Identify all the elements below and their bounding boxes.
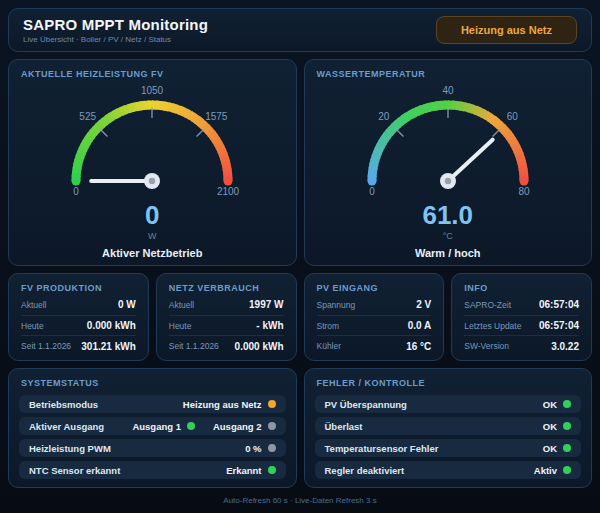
header-bar: SAPRO MPPT Monitoring Live Übersicht · B… (8, 8, 592, 52)
svg-text:0: 0 (369, 186, 375, 197)
stat-label: Strom (317, 321, 340, 331)
heizleistung-value: 0 (145, 202, 159, 228)
status-label: Heizleistung PWM (29, 443, 111, 454)
status-label: PV Überspannung (325, 399, 407, 410)
svg-text:0: 0 (73, 186, 79, 197)
stat-value: 301.21 kWh (81, 341, 135, 352)
status-row-betriebsmodus: Betriebsmodus Heizung aus Netz (19, 395, 286, 413)
status-label: NTC Sensor erkannt (29, 465, 120, 476)
stat-card-title: FV PRODUKTION (21, 280, 136, 295)
stat-card-title: INFO (464, 280, 579, 295)
stat-value: 2 V (416, 299, 431, 310)
status-row-ntc-sensor: NTC Sensor erkannt Erkannt (19, 461, 286, 479)
stat-label: SW-Version (464, 341, 509, 351)
stat-value: 1997 W (249, 299, 283, 310)
stat-row: SAPRO-Zeit 06:57:04 (464, 295, 579, 315)
stat-label: Letztes Update (464, 321, 521, 331)
stat-label: Seit 1.1.2026 (21, 341, 71, 351)
status-value: Erkannt (226, 465, 261, 476)
status-dot (563, 466, 571, 474)
status-value: Ausgang 2 (213, 421, 262, 432)
refresh-info: Auto-Refresh 60 s · Live-Daten Refresh 3… (223, 496, 376, 505)
status-row-heizleistung-pwm: Heizleistung PWM 0 % (19, 439, 286, 457)
wassertemperatur-unit: °C (443, 231, 453, 241)
fehler-kontrolle-card: FEHLER / KONTROLLE PV Überspannung OK Üb… (304, 368, 593, 488)
status-value: OK (543, 421, 557, 432)
status-label: Aktiver Ausgang (29, 421, 104, 432)
status-dot (563, 444, 571, 452)
stat-row: Aktuell 0 W (21, 295, 136, 315)
stat-row: Aktuell 1997 W (169, 295, 284, 315)
status-label: Temperatursensor Fehler (325, 443, 439, 454)
svg-text:1575: 1575 (205, 111, 228, 122)
stat-card-fv-produktion: FV PRODUKTION Aktuell 0 W Heute 0.000 kW… (8, 273, 149, 361)
stat-card-title: PV EINGANG (317, 280, 432, 295)
wassertemperatur-gauge: 020406080 (333, 81, 563, 201)
stat-label: Spannung (317, 300, 356, 310)
stat-value: 0 W (118, 299, 136, 310)
fehler-title: FEHLER / KONTROLLE (315, 376, 582, 391)
status-value: Aktiv (534, 465, 557, 476)
svg-text:60: 60 (506, 111, 518, 122)
breadcrumb: Live Übersicht · Boiler / PV / Netz / St… (23, 35, 208, 44)
stat-row: Kühler 16 °C (317, 335, 432, 356)
stat-row: SW-Version 3.0.22 (464, 335, 579, 356)
systemstatus-card: SYSTEMSTATUS Betriebsmodus Heizung aus N… (8, 368, 297, 488)
status-row-pv-ueberspannung: PV Überspannung OK (315, 395, 582, 413)
status-dot (268, 400, 276, 408)
status-row-group: SYSTEMSTATUS Betriebsmodus Heizung aus N… (8, 368, 592, 488)
status-dot (268, 422, 276, 430)
stat-row: Letztes Update 06:57:04 (464, 315, 579, 336)
wassertemperatur-status: Warm / hoch (415, 247, 481, 259)
stat-label: Heute (169, 321, 192, 331)
wassertemperatur-card-title: WASSERTEMPERATUR (317, 69, 426, 79)
stat-row: Heute - kWh (169, 315, 284, 336)
stat-label: Heute (21, 321, 44, 331)
stat-card-title: NETZ VERBRAUCH (169, 280, 284, 295)
status-value: 0 % (245, 443, 261, 454)
status-label: Betriebsmodus (29, 399, 98, 410)
heating-mode-button[interactable]: Heizung aus Netz (436, 16, 577, 44)
stat-value: 0.0 A (408, 320, 432, 331)
stat-row: Heute 0.000 kWh (21, 315, 136, 336)
svg-text:525: 525 (80, 111, 97, 122)
stat-row: Strom 0.0 A (317, 315, 432, 336)
svg-text:80: 80 (518, 186, 530, 197)
status-dot (563, 400, 571, 408)
status-row-regler-deaktiviert: Regler deaktiviert Aktiv (315, 461, 582, 479)
wassertemperatur-value: 61.0 (422, 202, 473, 228)
svg-text:2100: 2100 (217, 186, 240, 197)
svg-text:20: 20 (378, 111, 390, 122)
status-row-ueberlast: Überlast OK (315, 417, 582, 435)
wassertemperatur-gauge-card: WASSERTEMPERATUR 020406080 61.0 °C Warm … (304, 59, 593, 266)
status-row-aktiver-ausgang: Aktiver Ausgang Ausgang 1 Ausgang 2 (19, 417, 286, 435)
stat-card-pv-eingang: PV EINGANG Spannung 2 V Strom 0.0 A Kühl… (304, 273, 445, 361)
page-title: SAPRO MPPT Monitoring (23, 16, 208, 33)
systemstatus-title: SYSTEMSTATUS (19, 376, 286, 391)
stat-value: 06:57:04 (539, 320, 579, 331)
header-text: SAPRO MPPT Monitoring Live Übersicht · B… (23, 16, 208, 44)
stat-label: Aktuell (169, 300, 195, 310)
svg-text:1050: 1050 (141, 85, 164, 96)
status-dot (187, 422, 195, 430)
heizleistung-card-title: AKTUELLE HEIZLEISTUNG FV (21, 69, 164, 79)
heizleistung-unit: W (148, 231, 157, 241)
stat-row: Spannung 2 V (317, 295, 432, 315)
stat-card-netz-verbrauch: NETZ VERBRAUCH Aktuell 1997 W Heute - kW… (156, 273, 297, 361)
status-label: Regler deaktiviert (325, 465, 405, 476)
stat-label: Seit 1.1.2026 (169, 341, 219, 351)
stats-row: FV PRODUKTION Aktuell 0 W Heute 0.000 kW… (8, 273, 592, 361)
stat-value: 0.000 kWh (235, 341, 284, 352)
heizleistung-gauge: 0525105015752100 (37, 81, 267, 201)
gauge-row: AKTUELLE HEIZLEISTUNG FV 052510501575210… (8, 59, 592, 266)
status-dot (268, 444, 276, 452)
status-row-temperatursensor: Temperatursensor Fehler OK (315, 439, 582, 457)
stat-value: - kWh (256, 320, 283, 331)
stat-card-info: INFO SAPRO-Zeit 06:57:04 Letztes Update … (451, 273, 592, 361)
status-dot (563, 422, 571, 430)
stat-value: 06:57:04 (539, 299, 579, 310)
stat-value: 3.0.22 (551, 341, 579, 352)
status-value: OK (543, 399, 557, 410)
stat-row: Seit 1.1.2026 0.000 kWh (169, 335, 284, 356)
stat-label: Aktuell (21, 300, 47, 310)
